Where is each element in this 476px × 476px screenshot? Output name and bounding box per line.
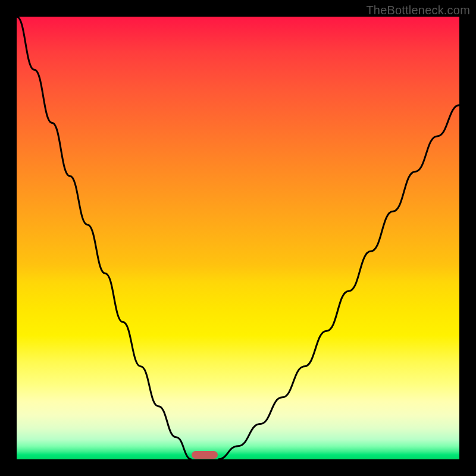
chart-container: TheBottleneck.com bbox=[0, 0, 476, 476]
plot-area bbox=[17, 17, 459, 459]
left-branch-curve bbox=[17, 17, 192, 459]
optimum-marker bbox=[192, 451, 218, 459]
curve-svg bbox=[17, 17, 459, 459]
watermark-text: TheBottleneck.com bbox=[366, 4, 470, 17]
right-branch-curve bbox=[218, 105, 459, 459]
